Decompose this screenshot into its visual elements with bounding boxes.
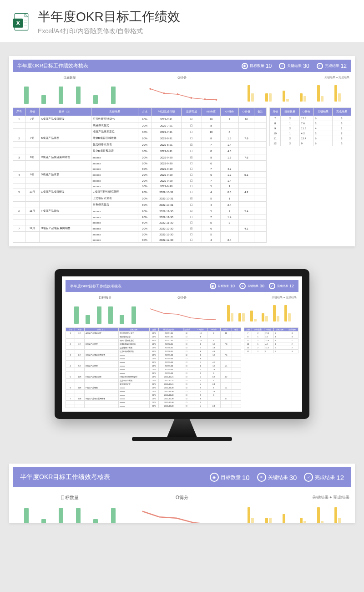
monitor-stand [157,419,207,437]
table-row: xxxxxx20%2022-9-30☐71.4 [66,368,241,372]
preview-area: 半年度OKR目标工作绩效考核表 ◉目标数量10 ≡关键结果30 ✓完成结果12 … [0,42,364,536]
table-row: 提交B项目预算表60%2022-8-31☐84.8 [66,350,241,353]
table-header: 月份 [25,108,39,116]
table-header: 备注 [254,108,267,116]
table-row: 27月B项目产品研发维修B项目区域维修20%2022-8-31☐81.67.8 [13,135,267,142]
table-header: 目标（O） [85,328,119,332]
table-header: 关键结果 [313,108,332,116]
table-header: 关键结果 [91,108,138,116]
table-row: 17月A项目产品项目研发可行性研究计划书20%2022-7-31☑10210 [66,332,241,335]
table-row: 817.633 [270,121,351,126]
table-row: 项目产品研发定位60%2022-7-31☐106 [66,339,241,342]
table-row: xxxxxx60%2022-11-30☐53 [66,393,241,397]
table-header: 月份 [75,328,85,332]
bar-chart-green [15,503,125,523]
table-header: O得分 [264,328,273,332]
table-row: xxxxxx60%2022-9-30☐53 [13,184,267,189]
okr-main-table: 序号月份目标（O）关键结果占比计划完成日期是否完成KR分值KR得分O分值备注 1… [13,107,267,243]
table-header: 序号 [66,328,75,332]
table-row: 611月F项目产品销售xxxxxx20%2022-11-30☑515.4 [66,386,241,390]
stat-kr: ≡关键结果30 [279,63,309,69]
line-chart-svg [127,82,238,104]
svg-point-9 [190,97,192,99]
chart-goals: 目标数量 [15,76,125,104]
table-header: 月份 [244,328,252,332]
table-header: 关键结果 [273,328,286,332]
table-row: 27月B项目产品研发维修B项目区域维修20%2022-8-31☐81.67.8 [66,342,241,346]
table-row: 项目做表提交20%2022-7-31☐8 [13,122,267,129]
table-row: 7217.863 [244,332,298,335]
table-header: 是否完成 [179,328,194,332]
list-icon: ≡ [257,473,266,482]
table-header: 占比 [149,328,158,332]
table-row: 项目做表提交20%2022-7-31☐8 [66,335,241,339]
table-row: xxxxxx20%2022-12-30☐5 [13,232,267,237]
table-row: 712月G项目产品项目展网销售xxxxxx20%2022-12-30☑64.1 [13,225,267,232]
table-row: 712月G项目产品项目展网销售xxxxxx20%2022-12-30☑64.1 [66,397,241,401]
main-table-wrap: 序号月份目标（O）关键结果占比计划完成日期是否完成KR分值KR得分O分值备注 1… [13,107,267,243]
check-icon: ✓ [304,473,313,482]
page-title: 半年度OKR目标工作绩效 [38,8,180,26]
table-row: 11212.462 [270,136,351,141]
chart-kr: 关键结果 ● 完成结果 [239,76,349,104]
table-header: 备注 [232,328,241,332]
table-row: 财务做表提交60%2022-10-31☐42.4 [13,202,267,208]
table-header: O分值 [238,108,254,116]
table-row: xxxxxx60%2022-9-30☐53 [66,372,241,375]
list-icon: ≡ [279,63,285,69]
table-row: 17月A项目产品项目研发可行性研究计划书20%2022-7-31☑10210 [13,116,267,122]
table-row: xxxxxx20%2022-9-30☐6 [13,161,267,166]
table-row: 提交维修计划表20%2022-8-31☑71.4 [66,346,241,350]
bar-chart-yellow [239,80,349,102]
table-row: 财务做表提交60%2022-10-31☐42.4 [66,383,241,386]
table-row: 项目产品研发定位60%2022-7-31☐106 [13,129,267,135]
table-row: 510月E项目产品项目研发E项目可行性研究管理20%2022-10-31☐40.… [13,189,267,195]
svg-point-7 [163,92,165,94]
side-body: 7217.863817.6339211.8411014.23211212.462… [270,116,351,146]
sheet-banner: 半年度OKR目标工作绩效考核表 ◉目标数量10 ≡关键结果30 ✓完成结果12 [13,60,351,72]
table-row: 上交项目计划表20%2022-10-31☑51 [13,195,267,202]
table-header: 完成结果 [332,108,351,116]
table-header: 目标数量 [252,328,264,332]
table-row: xxxxxx60%2022-9-30☐74.2 [66,361,241,364]
table-header: 关键结果 [118,328,149,332]
table-header: KR分值 [194,328,207,332]
table-row: 122963 [270,141,351,146]
main-header-row: 序号月份目标（O）关键结果占比计划完成日期是否完成KR分值KR得分O分值备注 [13,108,267,116]
chart-score: O得分 [127,76,238,104]
table-row: 611月F项目产品销售xxxxxx20%2022-11-30☑515.4 [13,208,267,214]
table-row: xxxxxx20%2022-11-30☐71.4 [13,214,267,220]
table-row: 38月C项目产品项目展网销售xxxxxx20%2022-9-30☑81.67.6 [13,154,267,161]
bar-chart-yellow [222,300,297,322]
table-row: 49月D项目产品研发xxxxxx20%2022-9-30☐61.25.1 [66,364,241,368]
bar-chart-green [67,302,142,324]
table-row: 11212.462 [244,346,298,350]
svg-point-8 [177,93,178,95]
table-row: 1014.232 [244,342,298,346]
table-row: 38月C项目产品项目展网销售xxxxxx20%2022-9-30☑81.67.6 [66,353,241,357]
svg-point-11 [215,99,217,101]
target-icon: ◉ [210,283,216,289]
table-header: KR得分 [207,328,220,332]
side-header-row: 月份目标数量O得分关键结果完成结果 [270,108,351,116]
check-icon: ✓ [317,63,323,69]
bar-chart-green [15,82,125,104]
table-header: 目标（O） [40,108,91,116]
table-row: 提交维修计划表20%2022-8-31☑71.4 [13,142,267,148]
table-row: xxxxxx60%2022-11-30☐53 [13,220,267,225]
monitor-mockup: 半年度OKR目标工作绩效考核表 ◉目标数量10 ≡关键结果30 ✓完成结果12 … [55,269,309,441]
table-row: 510月E项目产品项目研发E项目可行性研究管理20%2022-10-31☐40.… [66,375,241,379]
summary-side-table: 月份目标数量O得分关键结果完成结果 7217.863817.6339211.84… [269,107,351,146]
table-row: 817.633 [244,335,298,339]
table-header: 占比 [138,108,152,116]
table-row: xxxxxx60%2022-12-30☐42.4 [13,237,267,243]
chart-legend: 关键结果 ● 完成结果 [239,76,349,80]
table-row: 上交项目计划表20%2022-10-31☑51 [66,379,241,383]
table-header: KR得分 [220,108,238,116]
spreadsheet-preview-large: 半年度OKR目标工作绩效考核表 ◉目标数量10 ≡关键结果30 ✓完成结果12 … [9,56,355,246]
target-icon: ◉ [210,473,219,482]
monitor-base [132,437,232,441]
excel-file-icon: X [11,12,31,32]
svg-point-10 [204,98,206,100]
table-row: 1014.232 [270,131,351,136]
